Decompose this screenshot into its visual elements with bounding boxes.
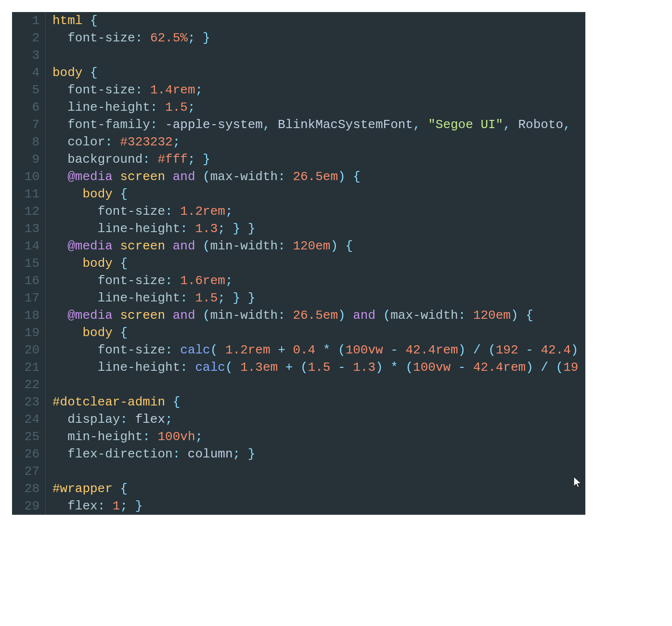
token-op: {: [120, 187, 128, 201]
code-line[interactable]: 22: [12, 376, 585, 393]
token-op: ;: [188, 100, 195, 115]
code-line[interactable]: 10 @media screen and (max-width: 26.5em)…: [12, 168, 585, 185]
code-content[interactable]: @media screen and (max-width: 26.5em) {: [46, 168, 361, 185]
code-line[interactable]: 8 color: #323232;: [12, 133, 585, 151]
token-op: :: [180, 291, 188, 305]
line-number: 29: [12, 497, 46, 515]
token-prop: min-width: [210, 239, 278, 253]
token-val: Roboto: [511, 117, 563, 132]
code-content[interactable]: line-height: 1.5;: [46, 99, 195, 116]
code-line[interactable]: 14 @media screen and (min-width: 120em) …: [12, 237, 585, 255]
code-content[interactable]: font-size: calc( 1.2rem + 0.4 * (100vw -…: [46, 341, 578, 359]
token-val: [52, 430, 67, 444]
line-number: 11: [12, 185, 46, 203]
code-content[interactable]: body {: [46, 64, 98, 81]
code-content[interactable]: line-height: 1.5; } }: [46, 289, 255, 307]
code-line[interactable]: 23#dotclear-admin {: [12, 393, 585, 411]
token-val: [518, 308, 526, 323]
code-content[interactable]: font-size: 1.4rem;: [46, 81, 203, 99]
code-content[interactable]: [46, 463, 60, 480]
code-line[interactable]: 4body {: [12, 64, 585, 81]
code-line[interactable]: 29 flex: 1; }: [12, 497, 585, 515]
token-op: {: [120, 482, 128, 496]
code-line[interactable]: 2 font-size: 62.5%; }: [12, 29, 585, 47]
code-line[interactable]: 15 body {: [12, 255, 585, 272]
token-num: 42.4rem: [473, 360, 526, 375]
token-op: -: [390, 343, 398, 357]
code-line[interactable]: 20 font-size: calc( 1.2rem + 0.4 * (100v…: [12, 341, 585, 359]
token-num: 1.5: [195, 291, 218, 305]
code-line[interactable]: 26 flex-direction: column; }: [12, 445, 585, 463]
line-number: 23: [12, 393, 46, 411]
code-line[interactable]: 9 background: #fff; }: [12, 151, 585, 168]
token-val: [52, 187, 82, 201]
code-content[interactable]: @media screen and (min-width: 26.5em) an…: [46, 307, 533, 324]
token-op: ;: [188, 152, 195, 167]
code-content[interactable]: line-height: calc( 1.3em + (1.5 - 1.3) *…: [46, 359, 578, 376]
code-content[interactable]: #dotclear-admin {: [46, 393, 180, 411]
token-val: [233, 360, 241, 375]
code-content[interactable]: font-size: 62.5%; }: [46, 29, 210, 47]
code-content[interactable]: [46, 376, 60, 393]
token-op: :: [180, 222, 188, 236]
token-num: 42.4: [541, 343, 570, 357]
code-line[interactable]: 16 font-size: 1.6rem;: [12, 272, 585, 289]
code-line[interactable]: 24 display: flex;: [12, 411, 585, 428]
code-content[interactable]: display: flex;: [46, 411, 173, 428]
code-line[interactable]: 12 font-size: 1.2rem;: [12, 203, 585, 220]
code-line[interactable]: 17 line-height: 1.5; } }: [12, 289, 585, 307]
code-line[interactable]: 1html {: [12, 12, 585, 29]
code-line[interactable]: 11 body {: [12, 185, 585, 203]
code-content[interactable]: background: #fff; }: [46, 151, 210, 168]
code-content[interactable]: color: #323232;: [46, 133, 180, 151]
token-op: (: [210, 343, 218, 357]
token-op: :: [142, 152, 150, 167]
code-line[interactable]: 27: [12, 463, 585, 480]
code-content[interactable]: min-height: 100vh;: [46, 428, 203, 445]
token-op: }: [203, 152, 210, 167]
code-line[interactable]: 19 body {: [12, 324, 585, 341]
code-content[interactable]: body {: [46, 185, 128, 203]
token-val: [338, 239, 346, 253]
token-val: [188, 291, 195, 305]
token-val: [330, 343, 338, 357]
code-line[interactable]: 13 line-height: 1.3; } }: [12, 220, 585, 237]
token-op: {: [526, 308, 533, 323]
token-op: {: [120, 256, 128, 271]
token-val: [195, 239, 203, 253]
code-content[interactable]: flex-direction: column; }: [46, 445, 255, 463]
code-line[interactable]: 21 line-height: calc( 1.3em + (1.5 - 1.3…: [12, 359, 585, 376]
code-content[interactable]: font-size: 1.2rem;: [46, 203, 233, 220]
token-val: [52, 291, 98, 305]
code-line[interactable]: 3: [12, 47, 585, 64]
token-op: ): [330, 239, 338, 253]
token-num: 26.5em: [293, 170, 338, 184]
code-content[interactable]: font-family: -apple-system, BlinkMacSyst…: [46, 116, 571, 133]
code-content[interactable]: line-height: 1.3; } }: [46, 220, 255, 237]
token-op: {: [90, 65, 98, 80]
code-content[interactable]: body {: [46, 255, 128, 272]
code-line[interactable]: 28#wrapper {: [12, 480, 585, 497]
token-op: *: [390, 360, 398, 375]
code-line[interactable]: 7 font-family: -apple-system, BlinkMacSy…: [12, 116, 585, 133]
token-val: [52, 31, 67, 45]
code-content[interactable]: @media screen and (min-width: 120em) {: [46, 237, 353, 255]
code-line[interactable]: 5 font-size: 1.4rem;: [12, 81, 585, 99]
token-val: [150, 430, 158, 444]
code-content[interactable]: html {: [46, 12, 98, 29]
code-line[interactable]: 25 min-height: 100vh;: [12, 428, 585, 445]
code-content[interactable]: #wrapper {: [46, 480, 128, 497]
code-content[interactable]: font-size: 1.6rem;: [46, 272, 233, 289]
token-val: [82, 65, 90, 80]
code-line[interactable]: 6 line-height: 1.5;: [12, 99, 585, 116]
token-op: :: [165, 204, 173, 219]
code-editor[interactable]: 1html {2 font-size: 62.5%; }3 4body {5 f…: [12, 12, 585, 515]
code-content[interactable]: flex: 1; }: [46, 497, 142, 515]
code-content[interactable]: body {: [46, 324, 128, 341]
token-op: -: [458, 360, 466, 375]
token-op: ;: [173, 135, 181, 149]
code-content[interactable]: [46, 47, 60, 64]
code-line[interactable]: 18 @media screen and (min-width: 26.5em)…: [12, 307, 585, 324]
token-val: [113, 326, 120, 340]
token-op: :: [278, 239, 285, 253]
